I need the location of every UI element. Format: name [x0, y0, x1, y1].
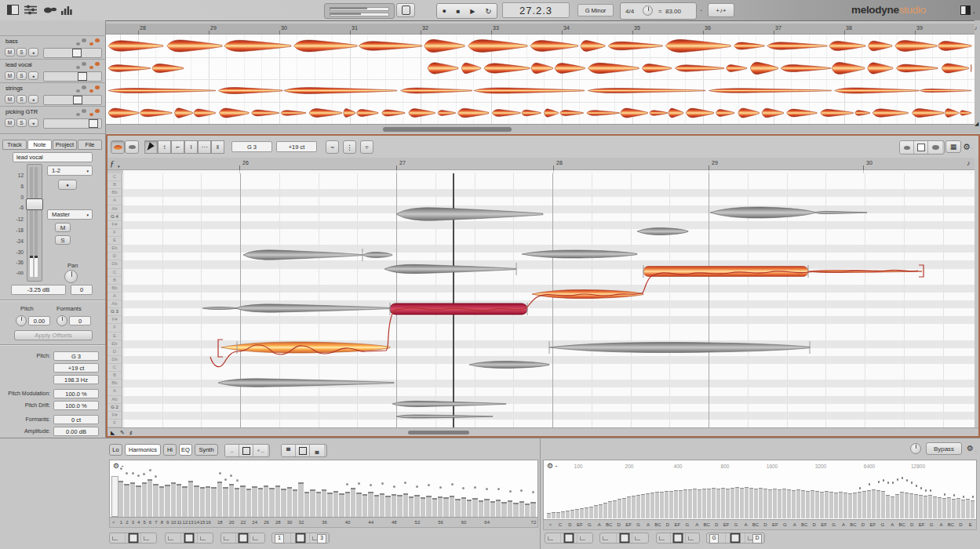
eq-bar[interactable]: [552, 512, 556, 518]
eq-bar[interactable]: [928, 495, 932, 518]
track-mute-button[interactable]: M: [5, 95, 15, 104]
slider-cell[interactable]: [291, 533, 310, 543]
eq-bar[interactable]: [763, 489, 767, 518]
harmonic-bar[interactable]: [316, 492, 321, 517]
track-record-button[interactable]: ●: [28, 95, 38, 104]
eq-range-high-value[interactable]: D: [752, 534, 762, 544]
volume-fader-handle[interactable]: [26, 198, 43, 210]
eq-bar[interactable]: [773, 489, 777, 518]
eq-bar[interactable]: [745, 487, 749, 518]
harmonic-bar[interactable]: [345, 492, 350, 517]
eq-bar[interactable]: [608, 501, 612, 518]
blob-display-segment[interactable]: [899, 140, 945, 155]
piano-key-column[interactable]: CBBbAAbG 4F#FEEbDDbCBBbAAbG 3F#FEEbDDbCB…: [107, 173, 122, 427]
eq-bar[interactable]: [782, 489, 786, 518]
harmonic-bar[interactable]: [264, 485, 268, 517]
track-record-button[interactable]: ●: [28, 71, 38, 80]
harmonic-bar[interactable]: [281, 489, 286, 517]
eq-bar[interactable]: [721, 488, 725, 518]
slider-cell[interactable]: [141, 533, 156, 543]
eq-bar[interactable]: [853, 493, 857, 518]
slider-cell[interactable]: [110, 533, 126, 543]
track-playback-blob-icon[interactable]: [76, 38, 87, 45]
eq-bar[interactable]: [881, 491, 885, 518]
harmonic-bar[interactable]: [421, 497, 425, 517]
slider-cell[interactable]: [577, 533, 592, 543]
harmonic-bar[interactable]: [432, 498, 437, 517]
eq-bar[interactable]: [688, 489, 692, 518]
eq-bar[interactable]: [580, 508, 584, 518]
eq-bar[interactable]: [679, 490, 683, 518]
slider-cell[interactable]: [561, 533, 577, 543]
eq-bar[interactable]: [787, 489, 791, 518]
eq-bar[interactable]: [806, 491, 810, 518]
eq-bar[interactable]: [947, 497, 951, 518]
track-mute-button[interactable]: M: [5, 71, 15, 80]
slider-cell[interactable]: [236, 533, 251, 543]
harmonic-bar[interactable]: [287, 487, 292, 517]
eq-bar[interactable]: [547, 513, 551, 518]
slider-cell[interactable]: [126, 533, 141, 543]
eq-bar[interactable]: [815, 491, 819, 518]
harmonic-bar[interactable]: [392, 494, 396, 517]
eq-bar[interactable]: [862, 491, 866, 518]
eq-bar[interactable]: [834, 493, 838, 518]
harmonic-bar[interactable]: [136, 485, 140, 517]
eq-bar[interactable]: [759, 488, 763, 518]
harmonic-bar[interactable]: [124, 484, 129, 517]
track-playback-blob-icon[interactable]: [76, 85, 87, 93]
play-button[interactable]: ▶: [470, 8, 475, 15]
eq-bar[interactable]: [589, 507, 593, 518]
eq-bar[interactable]: [843, 493, 847, 518]
eq-bar[interactable]: [561, 511, 565, 518]
tempo-display[interactable]: 83.00: [665, 8, 681, 15]
tempo-menu-button[interactable]: .: [700, 3, 702, 13]
volume-value[interactable]: -3.25 dB: [11, 285, 66, 295]
harmonics-slider-group-1[interactable]: [109, 533, 157, 544]
eq-bar[interactable]: [933, 496, 937, 518]
slider-cell[interactable]: [545, 533, 561, 543]
track-edit-blob-icon[interactable]: [89, 109, 100, 116]
eq-bar[interactable]: [730, 488, 734, 518]
monitor-sliders[interactable]: [324, 3, 395, 19]
param-value[interactable]: 0.00 dB: [53, 427, 99, 436]
harmonic-bar[interactable]: [200, 487, 205, 517]
harmonic-bar[interactable]: [525, 504, 530, 517]
eq-bar[interactable]: [778, 489, 781, 518]
track-volume-handle[interactable]: [78, 72, 87, 81]
mixer-icon[interactable]: [24, 5, 38, 15]
eq-bar[interactable]: [683, 489, 687, 518]
range-low-value[interactable]: 1: [275, 534, 284, 544]
gear-icon[interactable]: ⚙: [963, 142, 971, 152]
slider-cell[interactable]: [221, 533, 236, 543]
eq-bar[interactable]: [768, 489, 772, 518]
wrench-icon[interactable]: ✎: [120, 430, 125, 436]
harmonic-bar[interactable]: [380, 493, 384, 517]
note-quantize-icon[interactable]: ♪: [967, 159, 971, 167]
track-volume-slider[interactable]: [43, 48, 102, 58]
param-value[interactable]: 100.0 %: [53, 401, 99, 410]
output-select[interactable]: Master▾: [47, 209, 93, 220]
tab-hi[interactable]: Hi: [163, 444, 177, 456]
show-blobs-button[interactable]: [111, 140, 125, 154]
track-mute-button[interactable]: M: [5, 118, 15, 127]
eq-bar[interactable]: [919, 495, 923, 518]
harmonic-bar[interactable]: [194, 485, 199, 517]
harmonic-bar[interactable]: [513, 503, 518, 517]
param-value[interactable]: G 3: [53, 351, 99, 361]
harmonics-slider-group-4[interactable]: 13: [271, 533, 330, 544]
note-quantize-icon[interactable]: ♪: [975, 25, 978, 31]
eq-bar[interactable]: [966, 499, 970, 518]
meter-display[interactable]: 4/4: [625, 8, 634, 15]
eq-bar[interactable]: [811, 490, 814, 518]
harmonics-slider-group-2[interactable]: [165, 533, 213, 544]
solo-button[interactable]: S: [55, 235, 71, 245]
harmonic-bar[interactable]: [211, 487, 216, 517]
eq-chart[interactable]: ⚙ -10020040080016003200640012800: [543, 460, 977, 520]
eq-bar[interactable]: [698, 489, 701, 518]
key-display[interactable]: G Minor: [577, 4, 614, 16]
eq-bar[interactable]: [886, 495, 890, 518]
blob-scope-segment[interactable]: ‥⚬‥: [224, 444, 270, 457]
harmonic-bar[interactable]: [148, 479, 152, 517]
harmonic-bar[interactable]: [397, 495, 402, 517]
